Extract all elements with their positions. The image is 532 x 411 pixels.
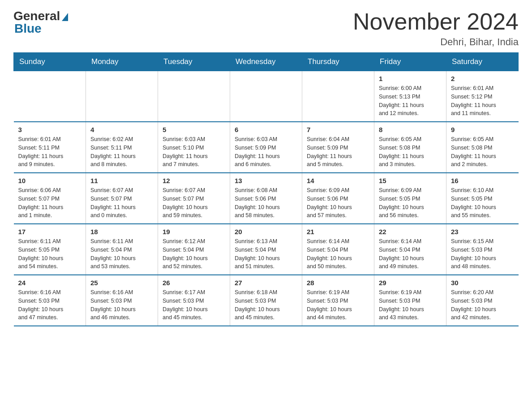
day-number: 9 [451,126,514,133]
day-number: 7 [307,126,369,133]
calendar-week-row-2: 3Sunrise: 6:01 AMSunset: 5:11 PMDaylight… [14,122,519,173]
day-info: Sunrise: 6:09 AMSunset: 5:05 PMDaylight:… [379,186,442,220]
calendar-cell: 25Sunrise: 6:16 AMSunset: 5:03 PMDayligh… [86,275,158,326]
day-info: Sunrise: 6:07 AMSunset: 5:07 PMDaylight:… [90,186,153,220]
day-info: Sunrise: 6:20 AMSunset: 5:03 PMDaylight:… [451,288,514,322]
calendar-cell [86,71,158,122]
day-number: 30 [451,279,514,287]
day-info: Sunrise: 6:05 AMSunset: 5:08 PMDaylight:… [379,135,442,169]
calendar-cell: 29Sunrise: 6:19 AMSunset: 5:03 PMDayligh… [374,275,446,326]
calendar-cell [302,71,374,122]
weekday-header-wednesday: Wednesday [230,53,302,71]
weekday-header-friday: Friday [374,53,446,71]
calendar-cell: 5Sunrise: 6:03 AMSunset: 5:10 PMDaylight… [158,122,230,173]
logo: General Blue [13,9,68,36]
day-info: Sunrise: 6:14 AMSunset: 5:04 PMDaylight:… [307,237,369,271]
day-info: Sunrise: 6:01 AMSunset: 5:11 PMDaylight:… [18,135,82,169]
calendar-cell: 17Sunrise: 6:11 AMSunset: 5:05 PMDayligh… [14,224,86,275]
day-info: Sunrise: 6:07 AMSunset: 5:07 PMDaylight:… [163,186,225,220]
day-info: Sunrise: 6:16 AMSunset: 5:03 PMDaylight:… [18,288,82,322]
calendar-cell: 22Sunrise: 6:14 AMSunset: 5:04 PMDayligh… [374,224,446,275]
day-info: Sunrise: 6:06 AMSunset: 5:07 PMDaylight:… [18,186,82,220]
day-number: 22 [379,228,442,235]
calendar-cell: 11Sunrise: 6:07 AMSunset: 5:07 PMDayligh… [86,173,158,224]
day-number: 27 [235,279,297,287]
calendar-cell: 8Sunrise: 6:05 AMSunset: 5:08 PMDaylight… [374,122,446,173]
day-info: Sunrise: 6:05 AMSunset: 5:08 PMDaylight:… [451,135,514,169]
day-info: Sunrise: 6:00 AMSunset: 5:13 PMDaylight:… [379,84,442,118]
day-number: 12 [163,177,225,184]
day-number: 2 [451,75,514,82]
day-info: Sunrise: 6:19 AMSunset: 5:03 PMDaylight:… [307,288,369,322]
calendar-cell: 16Sunrise: 6:10 AMSunset: 5:05 PMDayligh… [446,173,519,224]
calendar-cell: 3Sunrise: 6:01 AMSunset: 5:11 PMDaylight… [14,122,86,173]
weekday-header-monday: Monday [86,53,158,71]
day-number: 1 [379,75,442,82]
calendar-table: SundayMondayTuesdayWednesdayThursdayFrid… [13,52,519,326]
calendar-cell: 30Sunrise: 6:20 AMSunset: 5:03 PMDayligh… [446,275,519,326]
day-info: Sunrise: 6:10 AMSunset: 5:05 PMDaylight:… [451,186,514,220]
calendar-cell: 12Sunrise: 6:07 AMSunset: 5:07 PMDayligh… [158,173,230,224]
day-number: 19 [163,228,225,235]
day-number: 11 [90,177,153,184]
weekday-header-tuesday: Tuesday [158,53,230,71]
day-number: 23 [451,228,514,235]
day-info: Sunrise: 6:14 AMSunset: 5:04 PMDaylight:… [379,237,442,271]
day-info: Sunrise: 6:11 AMSunset: 5:05 PMDaylight:… [18,237,82,271]
day-info: Sunrise: 6:08 AMSunset: 5:06 PMDaylight:… [235,186,297,220]
day-info: Sunrise: 6:13 AMSunset: 5:04 PMDaylight:… [235,237,297,271]
calendar-cell: 14Sunrise: 6:09 AMSunset: 5:06 PMDayligh… [302,173,374,224]
day-number: 8 [379,126,442,133]
calendar-cell: 7Sunrise: 6:04 AMSunset: 5:09 PMDaylight… [302,122,374,173]
calendar-cell: 2Sunrise: 6:01 AMSunset: 5:12 PMDaylight… [446,71,519,122]
calendar-cell: 6Sunrise: 6:03 AMSunset: 5:09 PMDaylight… [230,122,302,173]
calendar-cell: 9Sunrise: 6:05 AMSunset: 5:08 PMDaylight… [446,122,519,173]
title-block: November 2024 Dehri, Bihar, India [353,9,519,48]
day-info: Sunrise: 6:12 AMSunset: 5:04 PMDaylight:… [163,237,225,271]
day-info: Sunrise: 6:03 AMSunset: 5:10 PMDaylight:… [163,135,225,169]
calendar-cell: 4Sunrise: 6:02 AMSunset: 5:11 PMDaylight… [86,122,158,173]
logo-triangle-icon [62,13,68,21]
day-info: Sunrise: 6:02 AMSunset: 5:11 PMDaylight:… [90,135,153,169]
calendar-cell: 18Sunrise: 6:11 AMSunset: 5:04 PMDayligh… [86,224,158,275]
day-number: 5 [163,126,225,133]
calendar-cell: 24Sunrise: 6:16 AMSunset: 5:03 PMDayligh… [14,275,86,326]
day-info: Sunrise: 6:04 AMSunset: 5:09 PMDaylight:… [307,135,369,169]
calendar-cell [230,71,302,122]
day-number: 25 [90,279,153,287]
day-number: 29 [379,279,442,287]
calendar-cell: 1Sunrise: 6:00 AMSunset: 5:13 PMDaylight… [374,71,446,122]
calendar-cell: 10Sunrise: 6:06 AMSunset: 5:07 PMDayligh… [14,173,86,224]
page-header: General Blue November 2024 Dehri, Bihar,… [13,9,519,48]
day-number: 15 [379,177,442,184]
day-number: 28 [307,279,369,287]
calendar-cell: 27Sunrise: 6:18 AMSunset: 5:03 PMDayligh… [230,275,302,326]
day-number: 16 [451,177,514,184]
day-number: 10 [18,177,82,184]
day-info: Sunrise: 6:09 AMSunset: 5:06 PMDaylight:… [307,186,369,220]
day-number: 24 [18,279,82,287]
calendar-week-row-3: 10Sunrise: 6:06 AMSunset: 5:07 PMDayligh… [14,173,519,224]
month-title: November 2024 [353,9,519,34]
day-number: 26 [163,279,225,287]
day-number: 17 [18,228,82,235]
day-info: Sunrise: 6:01 AMSunset: 5:12 PMDaylight:… [451,84,514,118]
day-number: 21 [307,228,369,235]
day-number: 20 [235,228,297,235]
day-info: Sunrise: 6:15 AMSunset: 5:03 PMDaylight:… [451,237,514,271]
location-title: Dehri, Bihar, India [353,36,519,48]
day-info: Sunrise: 6:16 AMSunset: 5:03 PMDaylight:… [90,288,153,322]
day-number: 6 [235,126,297,133]
calendar-cell: 19Sunrise: 6:12 AMSunset: 5:04 PMDayligh… [158,224,230,275]
calendar-cell: 23Sunrise: 6:15 AMSunset: 5:03 PMDayligh… [446,224,519,275]
day-info: Sunrise: 6:18 AMSunset: 5:03 PMDaylight:… [235,288,297,322]
day-number: 18 [90,228,153,235]
day-number: 13 [235,177,297,184]
day-info: Sunrise: 6:03 AMSunset: 5:09 PMDaylight:… [235,135,297,169]
calendar-cell: 15Sunrise: 6:09 AMSunset: 5:05 PMDayligh… [374,173,446,224]
calendar-week-row-1: 1Sunrise: 6:00 AMSunset: 5:13 PMDaylight… [14,71,519,122]
weekday-header-row: SundayMondayTuesdayWednesdayThursdayFrid… [14,53,519,71]
calendar-cell: 28Sunrise: 6:19 AMSunset: 5:03 PMDayligh… [302,275,374,326]
day-number: 14 [307,177,369,184]
day-number: 4 [90,126,153,133]
